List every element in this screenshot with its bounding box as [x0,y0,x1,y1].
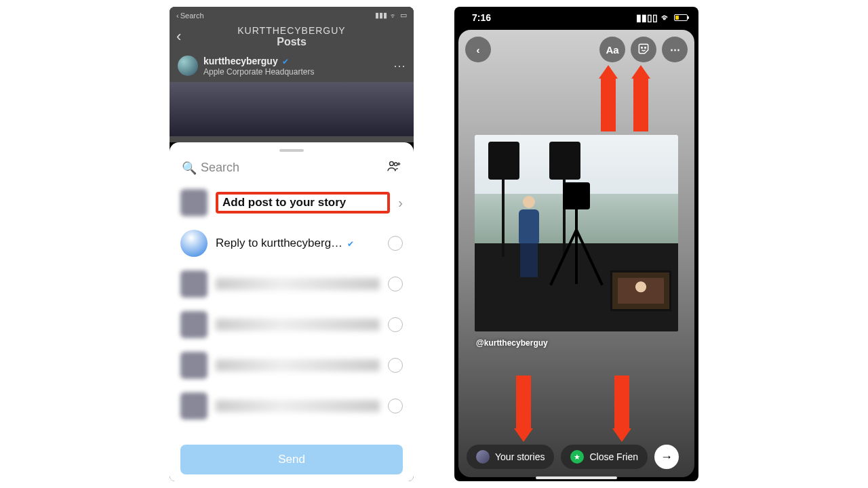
recipient-name-blurred [216,359,380,371]
post-more-button[interactable]: ⋯ [393,58,406,73]
recipient-avatar [180,270,208,298]
svg-point-2 [642,47,643,48]
wifi-icon: ᯤ [661,12,671,23]
create-group-icon[interactable] [387,160,401,176]
post-image-dimmed [170,82,414,136]
status-bar: ‹ Search ▮▮▮ ᯤ ▭ [170,9,414,21]
annotation-arrow-your-stories [516,375,531,430]
post-header: kurtthecyberguy ✔ Apple Corporate Headqu… [170,49,414,82]
profile-username: KURTTHECYBERGUY [170,25,414,36]
recipient-avatar [180,311,208,338]
signal-icon: ▮▮▮ [375,11,387,20]
story-thumb-icon [180,189,208,216]
arrow-right-icon: → [660,450,673,464]
your-stories-label: Your stories [495,451,545,462]
recipient-name-blurred [216,319,380,331]
back-search-label: Search [180,12,204,20]
story-share-bar: Your stories ★ Close Frien → [458,445,694,469]
story-editor-screenshot: 7:16 ▮▮▯▯ ᯤ ‹ Aa [454,7,698,481]
author-avatar[interactable] [178,56,198,76]
sticker-tool-button[interactable] [631,37,656,62]
status-icons: ▮▮▮ ᯤ ▭ [375,11,407,20]
chevron-left-icon: ‹ [477,44,480,56]
chevron-right-icon: › [398,195,403,211]
wifi-icon: ᯤ [390,12,397,20]
select-radio[interactable] [388,358,403,373]
recipient-row[interactable] [178,304,406,345]
status-bar: 7:16 ▮▮▯▯ ᯤ [454,7,698,26]
select-radio[interactable] [388,399,403,413]
send-button[interactable]: Send [180,445,403,474]
add-to-story-row[interactable]: Add post to your story › [178,182,406,223]
close-friends-button[interactable]: ★ Close Frien [561,445,648,469]
back-button[interactable]: ‹ [176,28,181,45]
recipient-avatar [180,352,208,379]
search-icon: 🔍 [182,161,197,176]
your-stories-button[interactable]: Your stories [467,445,554,469]
reply-label: Reply to kurtthecyberg… ✔ [216,237,380,250]
share-sheet: 🔍 Search Add post to your story › Reply … [170,142,414,481]
annotation-arrow-sticker-tool [633,77,648,131]
post-handle[interactable]: @kurtthecyberguy [476,338,548,348]
annotation-arrow-text-tool [601,77,616,131]
chevron-left-icon: ‹ [176,12,179,20]
post-nav: ‹ KURTTHECYBERGUY Posts [170,21,414,49]
recipient-name-blurred [216,278,380,290]
story-toolbar: ‹ Aa ⋯ [458,30,694,69]
svg-point-1 [394,163,397,166]
recipient-name-blurred [216,400,380,412]
verified-badge-icon: ✔ [282,57,289,66]
dimmed-post-background: ‹ Search ▮▮▮ ᯤ ▭ ‹ KURTTHECYBERGUY Posts… [170,7,414,142]
share-sheet-screenshot: ‹ Search ▮▮▮ ᯤ ▭ ‹ KURTTHECYBERGUY Posts… [170,7,414,481]
status-icons: ▮▮▯▯ ᯤ [636,12,688,23]
sticker-icon [637,42,650,58]
more-tools-button[interactable]: ⋯ [662,37,688,62]
shared-post-preview[interactable] [475,135,678,331]
svg-point-0 [390,162,394,166]
verified-badge-icon: ✔ [347,239,354,249]
author-avatar-icon [180,230,208,257]
annotation-arrow-close-friends [614,375,629,430]
recipient-row[interactable] [178,264,406,304]
recipient-row[interactable] [178,345,406,386]
back-to-search[interactable]: ‹ Search [176,12,204,20]
search-input[interactable]: 🔍 Search [182,161,380,176]
reply-row[interactable]: Reply to kurtthecyberg… ✔ [178,223,406,264]
recipient-row[interactable] [178,386,406,426]
select-radio[interactable] [388,277,403,291]
svg-point-3 [645,47,646,48]
status-time: 7:16 [472,12,491,23]
battery-icon: ▭ [400,11,407,20]
your-avatar-icon [476,450,490,464]
close-friends-label: Close Frien [589,451,638,462]
text-tool-button[interactable]: Aa [599,37,625,62]
recipient-avatar [180,392,208,420]
home-indicator[interactable] [536,476,617,479]
select-radio[interactable] [388,317,403,332]
story-canvas[interactable]: ‹ Aa ⋯ [458,30,694,477]
text-tool-icon: Aa [606,44,618,56]
back-button[interactable]: ‹ [465,37,491,62]
post-location[interactable]: Apple Corporate Headquarters [203,67,314,77]
select-radio[interactable] [388,236,403,251]
ellipsis-icon: ⋯ [670,43,680,56]
battery-icon [674,14,688,21]
nav-title: Posts [170,36,414,48]
post-author[interactable]: kurtthecyberguy [203,56,278,66]
close-friends-star-icon: ★ [570,450,584,464]
signal-icon: ▮▮▯▯ [636,12,658,23]
add-to-story-label: Add post to your story [216,192,390,214]
sheet-grabber[interactable] [279,149,304,152]
next-button[interactable]: → [654,445,679,469]
search-placeholder: Search [201,161,239,175]
